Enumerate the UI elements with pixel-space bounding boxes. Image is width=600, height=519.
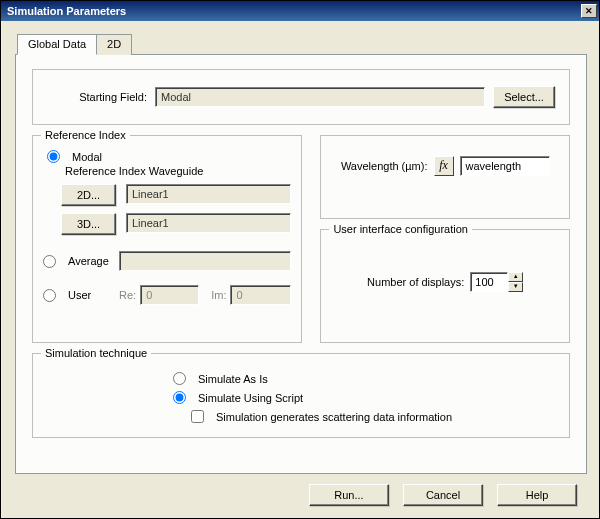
ref-user-im-value: 0: [230, 285, 291, 305]
ref-user-label: User: [68, 289, 91, 301]
tab-page-global: Starting Field: Modal Select... Referenc…: [15, 54, 587, 474]
ref-average-label: Average: [68, 255, 109, 267]
sim-script-label: Simulate Using Script: [198, 392, 303, 404]
sim-scatter-checkbox-input[interactable]: [191, 410, 204, 423]
ref-user-radio[interactable]: User: [43, 289, 111, 302]
cancel-button[interactable]: Cancel: [403, 484, 483, 506]
tab-global-data[interactable]: Global Data: [17, 34, 97, 55]
wavelength-label: Wavelength (µm):: [341, 160, 428, 172]
sim-scatter-checkbox[interactable]: Simulation generates scattering data inf…: [191, 410, 452, 423]
displays-up-icon[interactable]: ▲: [508, 272, 523, 282]
ref-average-value: [119, 251, 291, 271]
sim-technique-group: Simulation technique Simulate As Is Simu…: [32, 353, 570, 438]
middle-columns: Reference Index Modal Reference Index Wa…: [32, 135, 570, 343]
ref-user-re-label: Re:: [119, 289, 136, 301]
starting-field-label: Starting Field:: [47, 91, 147, 103]
ref-modal-sublabel: Reference Index Waveguide: [65, 165, 291, 177]
reference-index-group: Reference Index Modal Reference Index Wa…: [32, 135, 302, 343]
help-button[interactable]: Help: [497, 484, 577, 506]
ref-2d-button[interactable]: 2D...: [61, 184, 116, 206]
ref-modal-radio[interactable]: Modal: [47, 150, 291, 163]
sim-as-is-radio[interactable]: Simulate As Is: [173, 372, 268, 385]
sim-as-is-label: Simulate As Is: [198, 373, 268, 385]
sim-technique-legend: Simulation technique: [41, 347, 151, 359]
ref-average-radio-input[interactable]: [43, 255, 56, 268]
titlebar: Simulation Parameters ✕: [1, 1, 599, 21]
ref-3d-value: Linear1: [126, 213, 291, 233]
run-button[interactable]: Run...: [309, 484, 389, 506]
select-starting-field-button[interactable]: Select...: [493, 86, 555, 108]
close-icon[interactable]: ✕: [581, 4, 597, 18]
tab-2d[interactable]: 2D: [96, 34, 132, 55]
ref-modal-label: Modal: [72, 151, 102, 163]
sim-script-radio[interactable]: Simulate Using Script: [173, 391, 303, 404]
window-title: Simulation Parameters: [7, 5, 126, 17]
starting-field-group: Starting Field: Modal Select...: [32, 69, 570, 125]
ref-user-re-value: 0: [140, 285, 199, 305]
displays-label: Number of displays:: [367, 276, 464, 288]
dialog-footer: Run... Cancel Help: [15, 474, 587, 508]
starting-field-value: Modal: [155, 87, 485, 107]
wavelength-input[interactable]: wavelength: [460, 156, 550, 176]
uic-legend: User interface configuration: [329, 223, 472, 235]
simulation-parameters-dialog: Simulation Parameters ✕ Global Data 2D S…: [0, 0, 600, 519]
displays-value[interactable]: 100: [470, 272, 508, 292]
uic-group: User interface configuration Number of d…: [320, 229, 570, 343]
sim-scatter-label: Simulation generates scattering data inf…: [216, 411, 452, 423]
ref-modal-radio-input[interactable]: [47, 150, 60, 163]
ref-3d-button[interactable]: 3D...: [61, 213, 116, 235]
client-area: Global Data 2D Starting Field: Modal Sel…: [1, 21, 599, 518]
ref-modal-block: Reference Index Waveguide 2D... Linear1 …: [61, 165, 291, 235]
displays-stepper[interactable]: 100 ▲ ▼: [470, 272, 523, 292]
ref-2d-value: Linear1: [126, 184, 291, 204]
displays-down-icon[interactable]: ▼: [508, 282, 523, 292]
ref-user-im-label: Im:: [211, 289, 226, 301]
fx-button[interactable]: fx: [434, 156, 454, 176]
reference-index-legend: Reference Index: [41, 129, 130, 141]
sim-script-radio-input[interactable]: [173, 391, 186, 404]
sim-as-is-radio-input[interactable]: [173, 372, 186, 385]
ref-user-radio-input[interactable]: [43, 289, 56, 302]
tabstrip: Global Data 2D: [17, 33, 587, 54]
ref-average-radio[interactable]: Average: [43, 255, 111, 268]
wavelength-group: Wavelength (µm): fx wavelength: [320, 135, 570, 219]
starting-field-row: Starting Field: Modal Select...: [47, 86, 555, 108]
